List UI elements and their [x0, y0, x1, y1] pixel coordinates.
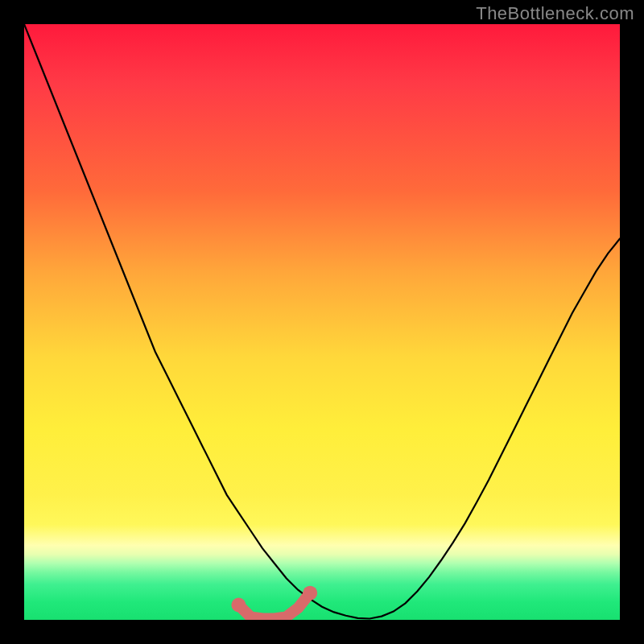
plot-area — [24, 24, 620, 620]
highlight-dot-right — [303, 586, 317, 601]
chart-canvas: TheBottleneck.com — [0, 0, 644, 644]
bottleneck-curve-line — [24, 24, 620, 619]
curve-layer — [24, 24, 620, 620]
watermark-text: TheBottleneck.com — [476, 3, 634, 24]
highlight-region-line — [238, 593, 310, 619]
highlight-dot-left — [231, 598, 246, 613]
